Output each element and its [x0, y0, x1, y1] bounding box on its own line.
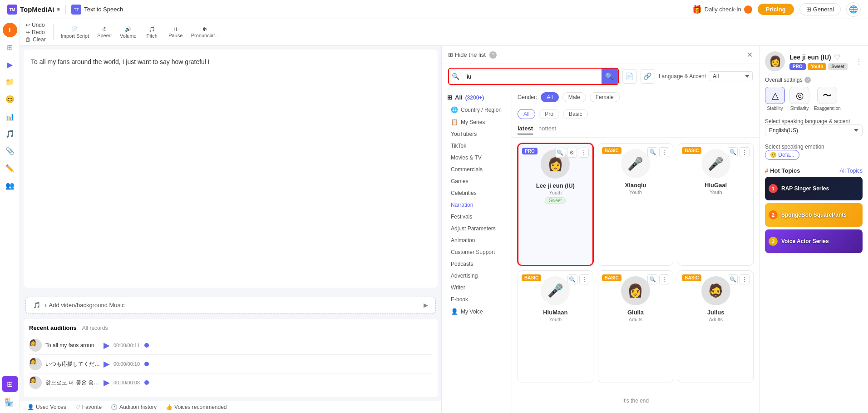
- recent-all-records[interactable]: All records: [82, 325, 108, 331]
- cat-customer-support[interactable]: Customer Support: [442, 246, 512, 258]
- voices-recommended-button[interactable]: 👍 Voices recommended: [166, 404, 227, 410]
- voice-more-action-3[interactable]: ⋮: [579, 274, 589, 284]
- cat-festivals[interactable]: Festivals: [442, 211, 512, 223]
- add-music-button[interactable]: 🎵 + Add video/background Music ▶: [25, 297, 436, 313]
- voice-settings-action-0[interactable]: ⚙: [567, 148, 577, 158]
- search-input[interactable]: [462, 70, 602, 83]
- favorite-button[interactable]: ♡ Favorite: [75, 404, 102, 410]
- sidebar-chart-icon[interactable]: 📊: [3, 109, 17, 124]
- rp-exaggeration-setting[interactable]: 〜 Exaggeration: [814, 87, 841, 111]
- cat-advertising[interactable]: Advertising: [442, 270, 512, 282]
- hot-item-3[interactable]: 3 Voice Actor Series: [765, 229, 863, 253]
- sidebar-clip-icon[interactable]: 📎: [3, 144, 17, 158]
- clear-button[interactable]: 🗑 Clear: [25, 36, 46, 43]
- voice-more-action-4[interactable]: ⋮: [659, 274, 669, 284]
- gender-female-button[interactable]: Female: [590, 92, 620, 102]
- rp-emotion-button[interactable]: 🙂 Defa...: [765, 150, 799, 160]
- voice-search-action-1[interactable]: 🔍: [647, 147, 657, 157]
- tts-nav-item[interactable]: TT Text to Speech: [71, 5, 123, 15]
- gender-all-button[interactable]: All: [541, 92, 558, 102]
- cat-all-item[interactable]: ⊞ All (3200+): [442, 91, 512, 104]
- cat-podcasts[interactable]: Podcasts: [442, 258, 512, 270]
- tab-hottest[interactable]: hottest: [538, 125, 556, 134]
- cat-movies-tv[interactable]: Movies & TV: [442, 152, 512, 164]
- voice-card-1[interactable]: BASIC 🔍 ⋮ 🎤 Xiaoqiu Youth: [598, 143, 674, 266]
- sidebar-store-icon[interactable]: 🏪: [2, 395, 16, 409]
- cat-animation[interactable]: Animation: [442, 234, 512, 246]
- help-icon[interactable]: ?: [489, 51, 497, 59]
- cat-ebook[interactable]: E-book: [442, 294, 512, 305]
- text-editor[interactable]: To all my fans around the world, I just …: [24, 50, 438, 288]
- globe-button[interactable]: 🌐: [846, 2, 861, 17]
- rp-heart-icon[interactable]: ♡: [834, 53, 840, 62]
- sidebar-folder-icon[interactable]: 📁: [3, 75, 17, 89]
- link-action-icon[interactable]: 🔗: [641, 69, 655, 84]
- type-all-button[interactable]: All: [518, 109, 535, 119]
- checkin-btn[interactable]: 🎁 Daily check-in !: [692, 5, 752, 15]
- type-basic-button[interactable]: Basic: [563, 109, 588, 119]
- volume-button[interactable]: 🔊 Volume: [120, 26, 137, 39]
- undo-button[interactable]: ↩ Undo: [25, 22, 46, 28]
- voice-card-2[interactable]: BASIC 🔍 ⋮ 🎤 HiuGaal Youth: [678, 143, 754, 266]
- sidebar-home-icon[interactable]: ⊞: [3, 40, 17, 55]
- cat-adjust-params[interactable]: Adjust Parameters: [442, 223, 512, 234]
- rp-similarity-setting[interactable]: ◎ Similarity: [789, 87, 809, 111]
- recent-play-2[interactable]: ▶: [104, 359, 110, 369]
- cat-my-voice[interactable]: 👤 My Voice: [442, 305, 512, 318]
- type-pro-button[interactable]: Pro: [539, 109, 559, 119]
- voice-card-3[interactable]: BASIC 🔍 ⋮ 🎤 HiuMaan Youth: [518, 270, 593, 383]
- rp-all-topics-link[interactable]: All Topics: [840, 168, 863, 174]
- cat-country-region[interactable]: 🌐 Country / Region: [442, 104, 512, 116]
- gender-male-button[interactable]: Male: [562, 92, 586, 102]
- sidebar-music-icon[interactable]: 🎵: [3, 126, 17, 141]
- voice-search-action-2[interactable]: 🔍: [728, 147, 738, 157]
- voice-card-5[interactable]: BASIC 🔍 ⋮ 🧔 Julius Adults: [678, 270, 754, 383]
- language-select[interactable]: All English(US) Chinese Japanese Korean: [709, 71, 753, 81]
- cat-tiktok[interactable]: TikTok: [442, 140, 512, 152]
- rp-stability-setting[interactable]: △ Stability: [765, 87, 785, 111]
- sidebar-pencil-icon[interactable]: ✏️: [3, 161, 17, 175]
- voice-search-action-4[interactable]: 🔍: [647, 274, 657, 284]
- voice-more-action-1[interactable]: ⋮: [659, 147, 669, 157]
- search-button[interactable]: 🔍: [602, 69, 618, 84]
- close-icon[interactable]: ✕: [747, 50, 753, 59]
- cat-my-series[interactable]: 📋 My Series: [442, 116, 512, 128]
- rp-more-icon[interactable]: ⋮: [855, 57, 863, 66]
- voice-search-action-5[interactable]: 🔍: [728, 274, 738, 284]
- sidebar-face-icon[interactable]: 😊: [3, 92, 17, 106]
- bot-icon[interactable]: ⊞: [2, 376, 18, 392]
- tab-latest[interactable]: latest: [518, 125, 533, 134]
- pronunciation-button[interactable]: 🗣 Pronunciat...: [191, 26, 219, 38]
- general-button[interactable]: ⊞ General: [799, 3, 841, 15]
- pitch-button[interactable]: 🎵 Pitch: [144, 26, 160, 39]
- cat-writer[interactable]: Writer: [442, 282, 512, 294]
- hide-list-button[interactable]: ⊞ Hide the list: [448, 51, 486, 58]
- import-script-button[interactable]: 📄 Import Script: [61, 26, 89, 39]
- voice-search-action-3[interactable]: 🔍: [567, 274, 577, 284]
- voice-more-action-5[interactable]: ⋮: [740, 274, 750, 284]
- cat-narration[interactable]: Narration: [442, 199, 512, 211]
- recent-play-3[interactable]: ▶: [104, 378, 110, 388]
- recent-play-1[interactable]: ▶: [104, 340, 110, 350]
- audition-history-button[interactable]: 🕐 Audition history: [111, 404, 157, 410]
- cat-celebrities[interactable]: Celebrities: [442, 187, 512, 199]
- hot-item-2[interactable]: 2 SpongeBob SquarePants: [765, 203, 863, 227]
- cat-commercials[interactable]: Commercials: [442, 164, 512, 175]
- sidebar-people-icon[interactable]: 👥: [3, 178, 17, 193]
- pricing-button[interactable]: Pricing: [758, 4, 794, 15]
- cat-games[interactable]: Games: [442, 175, 512, 187]
- document-action-icon[interactable]: 📄: [622, 69, 637, 84]
- redo-button[interactable]: ↪ Redo: [25, 29, 46, 35]
- voice-search-action-0[interactable]: 🔍: [555, 148, 565, 158]
- used-voices-button[interactable]: 👤 Used Voices: [27, 404, 66, 410]
- voice-card-0[interactable]: PRO 🔍 ⚙ ⋮ 👩 Lee ji eun (IU) Youth Sweet: [518, 143, 593, 266]
- rp-lang-select[interactable]: English(US) Chinese Korean: [765, 124, 863, 136]
- voice-more-action-0[interactable]: ⋮: [579, 148, 589, 158]
- voice-more-action-2[interactable]: ⋮: [740, 147, 750, 157]
- cat-youtubers[interactable]: YouTubers: [442, 128, 512, 140]
- pause-button[interactable]: ⏸ Pause: [168, 26, 184, 38]
- voice-card-4[interactable]: BASIC 🔍 ⋮ 👩 Giulia Adults: [598, 270, 674, 383]
- sidebar-tts-icon[interactable]: ▶: [3, 57, 17, 72]
- speed-button[interactable]: ⏱ Speed: [96, 26, 113, 38]
- hot-item-1[interactable]: 1 RAP Singer Series: [765, 177, 863, 200]
